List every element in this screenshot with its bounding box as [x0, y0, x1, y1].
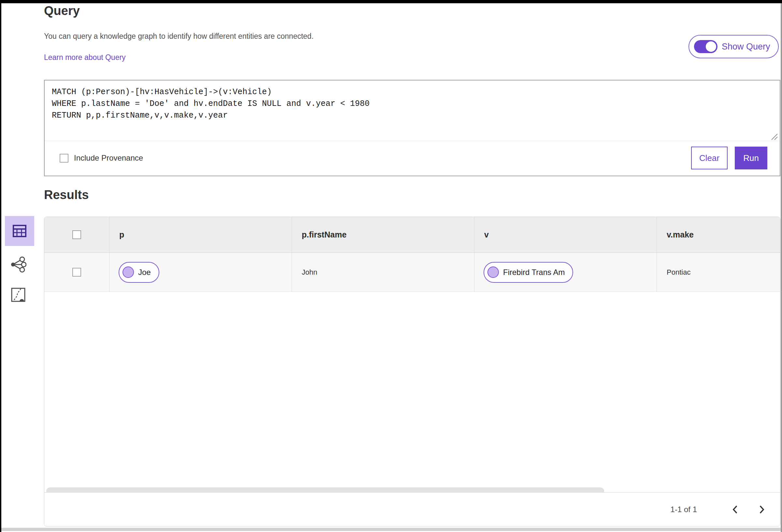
column-header-firstname: p.firstName: [292, 217, 474, 252]
map-view-button[interactable]: [11, 287, 26, 302]
entity-pill-person[interactable]: Joe: [118, 262, 159, 283]
chevron-right-icon: [757, 505, 766, 515]
pagination-bar: 1-1 of 1: [44, 492, 780, 526]
link-chart-icon: [10, 256, 26, 273]
row-select-checkbox[interactable]: [72, 268, 81, 277]
window-frame-bottom: [1, 528, 781, 531]
page-title: Query: [44, 4, 80, 18]
column-header-make: v.make: [657, 217, 780, 252]
pagination-range-label: 1-1 of 1: [671, 505, 697, 514]
page-description: You can query a knowledge graph to ident…: [44, 32, 314, 41]
entity-icon: [488, 267, 499, 278]
window-frame-left: [0, 0, 1, 532]
column-header-p: p: [109, 217, 292, 252]
previous-page-button[interactable]: [728, 502, 742, 517]
table-icon: [13, 225, 26, 237]
query-footer: Include Provenance Clear Run: [45, 141, 780, 175]
include-provenance-label: Include Provenance: [74, 153, 143, 163]
next-page-button[interactable]: [755, 502, 769, 517]
select-all-cell: [44, 217, 109, 252]
run-button[interactable]: Run: [735, 147, 767, 169]
cell-v: Firebird Trans Am: [474, 253, 657, 292]
entity-pill-vehicle[interactable]: Firebird Trans Am: [484, 262, 573, 283]
table-view-button[interactable]: [5, 216, 34, 246]
table-header-row: p p.firstName v v.make: [44, 217, 780, 253]
show-query-toggle[interactable]: Show Query: [688, 35, 779, 58]
entity-pill-label: Joe: [138, 268, 151, 277]
toggle-switch-icon: [694, 40, 717, 53]
show-query-label: Show Query: [722, 42, 770, 52]
query-code-input[interactable]: MATCH (p:Person)-[hv:HasVehicle]->(v:Veh…: [45, 80, 780, 141]
entity-pill-label: Firebird Trans Am: [503, 268, 565, 277]
link-chart-view-button[interactable]: [10, 256, 27, 273]
chevron-left-icon: [731, 505, 739, 515]
entity-icon: [122, 267, 134, 278]
window-frame-right: [781, 3, 782, 532]
window-frame-top: [0, 0, 782, 3]
clear-button[interactable]: Clear: [691, 147, 727, 169]
map-icon: [11, 288, 26, 302]
column-header-v: v: [474, 217, 657, 252]
cell-firstname: John: [292, 253, 474, 292]
results-table-panel: p p.firstName v v.make Joe John Firebird…: [44, 217, 780, 527]
results-title: Results: [44, 188, 88, 202]
learn-more-link[interactable]: Learn more about Query: [44, 53, 126, 62]
cell-p: Joe: [109, 253, 292, 292]
select-all-checkbox[interactable]: [72, 230, 81, 239]
row-select-cell: [44, 253, 109, 292]
include-provenance-checkbox[interactable]: [60, 154, 68, 163]
cell-make: Pontiac: [657, 253, 780, 292]
table-row: Joe John Firebird Trans Am Pontiac: [44, 253, 780, 292]
query-panel: MATCH (p:Person)-[hv:HasVehicle]->(v:Veh…: [44, 80, 780, 176]
